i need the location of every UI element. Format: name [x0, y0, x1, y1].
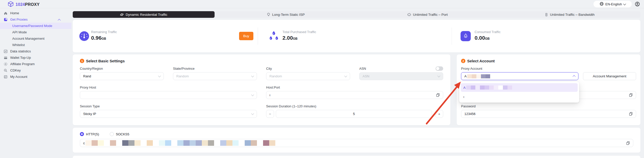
duration-decrement-button[interactable]: −: [266, 110, 274, 118]
asn-select[interactable]: ASN: [359, 72, 443, 80]
redacted-block: [116, 140, 122, 146]
proxy-account-label: Proxy Account: [461, 67, 482, 70]
redacted-account-text: [467, 74, 490, 78]
password-input[interactable]: 123456: [461, 110, 636, 118]
host-port-label: Host:Port: [266, 85, 280, 89]
chevron-down-icon: [251, 112, 254, 115]
redacted-block: [263, 140, 269, 146]
redacted-block: [498, 85, 503, 90]
redacted-block: [141, 140, 147, 146]
account-management-button[interactable]: Account Management: [583, 72, 636, 80]
sidebar-item-username-password-mode[interactable]: Username/Password Mode: [0, 23, 71, 29]
redacted-block: [489, 85, 494, 90]
redacted-block: [503, 85, 507, 90]
gauge-icon: [79, 31, 89, 42]
globe-icon: [600, 2, 604, 7]
tab-unlimited-traffic-bandwidth[interactable]: Unlimited Traffic – Bandwidth: [499, 11, 640, 18]
tab-long-term-static-isp[interactable]: Long-Term Static ISP: [215, 11, 356, 18]
sidebar-item-api-mode[interactable]: API Mode: [0, 29, 71, 35]
redacted-block: [153, 140, 159, 146]
user-avatar-button[interactable]: [635, 1, 640, 7]
redacted-block: [476, 74, 481, 78]
redacted-block: [134, 140, 141, 146]
state-select[interactable]: Random: [173, 72, 257, 80]
copy-icon[interactable]: [629, 93, 633, 97]
copy-icon[interactable]: [436, 93, 440, 97]
proxy-host-label: Proxy Host: [80, 85, 96, 89]
chevron-down-icon: [251, 93, 254, 96]
country-select[interactable]: Rand: [80, 72, 164, 80]
select-account-title: Select Account: [467, 59, 495, 63]
redacted-block: [480, 85, 485, 90]
city-label: City: [266, 67, 272, 70]
dropdown-option-1[interactable]: A: [461, 83, 578, 92]
redacted-block: [190, 140, 196, 146]
redacted-block: [92, 140, 98, 146]
tab-dynamic-residential-traffic[interactable]: Dynamic Residential Traffic: [73, 11, 215, 18]
radio-https[interactable]: [80, 132, 84, 136]
redacted-block: [481, 74, 486, 78]
sidebar-item-cdkey[interactable]: CDKey: [0, 67, 71, 74]
sidebar-item-my-account[interactable]: My Account: [0, 74, 71, 80]
proxy-account-select[interactable]: A: [461, 72, 578, 80]
chevron-down-icon: [251, 74, 254, 77]
key-icon: [4, 68, 8, 73]
language-selector[interactable]: EN-English: [593, 1, 632, 7]
home-icon: [4, 11, 8, 15]
sidebar-item-account-management[interactable]: Account Management: [0, 35, 71, 42]
redacted-block: [208, 140, 214, 146]
redacted-block: [159, 140, 165, 146]
redacted-option-text: [466, 85, 512, 90]
section-badge-1: 1: [80, 59, 84, 63]
host-port-input[interactable]: ı: [266, 91, 443, 99]
buy-button[interactable]: Buy: [239, 32, 253, 40]
copy-icon[interactable]: [626, 141, 630, 145]
redacted-block: [257, 140, 263, 146]
redacted-block: [98, 140, 104, 146]
redacted-block: [110, 140, 116, 146]
redacted-block: [232, 140, 239, 146]
chevron-down-icon: [158, 74, 161, 77]
product-tabbar: Dynamic Residential Traffic Long-Term St…: [73, 11, 640, 18]
chevron-down-icon: [344, 74, 347, 77]
redacted-block: [245, 140, 251, 146]
https-label: HTTP(S): [86, 132, 99, 136]
redacted-block: [494, 85, 498, 90]
sidebar-item-get-proxies[interactable]: Get Proxies: [0, 16, 71, 23]
radio-socks5[interactable]: [110, 132, 114, 136]
chevron-down-icon: [437, 74, 440, 77]
sidebar-item-wallet-top-up[interactable]: Wallet Top-Up: [0, 54, 71, 61]
city-select[interactable]: Random: [266, 72, 350, 80]
section-badge-2: 2: [461, 59, 465, 63]
copy-icon[interactable]: [629, 112, 633, 116]
asn-toggle[interactable]: [436, 66, 443, 71]
asn-label: ASN: [359, 67, 366, 70]
sidebar-item-data-statistics[interactable]: Data statistics: [0, 48, 71, 54]
cloud-icon: [407, 13, 411, 17]
redacted-block: [183, 140, 190, 146]
redacted-block: [475, 85, 480, 90]
country-label: Country/Region: [80, 67, 103, 70]
sidebar-item-home[interactable]: Home: [0, 10, 71, 16]
proxy-string-field[interactable]: c: [80, 139, 633, 147]
balloon-icon: [267, 13, 270, 17]
next-card-edge: [73, 156, 640, 158]
chevron-up-icon: [573, 75, 575, 78]
session-type-label: Session Type: [80, 104, 100, 108]
bandwidth-icon: [544, 13, 548, 17]
dropdown-option-2[interactable]: ı: [461, 92, 578, 101]
language-label: EN-English: [605, 2, 622, 6]
session-duration-input[interactable]: 5: [276, 110, 432, 118]
logo-cube-icon: [8, 1, 14, 8]
remaining-traffic-label: Remaining Traffic: [91, 30, 117, 34]
redacted-block: [466, 85, 471, 90]
duration-increment-button[interactable]: +: [435, 110, 443, 118]
sidebar-item-whitelist[interactable]: Whitelist: [0, 42, 71, 48]
proxy-host-select[interactable]: [80, 91, 257, 99]
tab-unlimited-traffic-port[interactable]: Unlimited Traffic – Port: [357, 11, 499, 18]
session-type-select[interactable]: Sticky IP: [80, 110, 257, 118]
sidebar-item-affiliate-program[interactable]: Affiliate Program: [0, 61, 71, 67]
chevron-up-icon: [58, 19, 60, 22]
sidebar: Home Get Proxies Username/Password Mode …: [0, 8, 71, 158]
drops-icon: [268, 31, 280, 43]
